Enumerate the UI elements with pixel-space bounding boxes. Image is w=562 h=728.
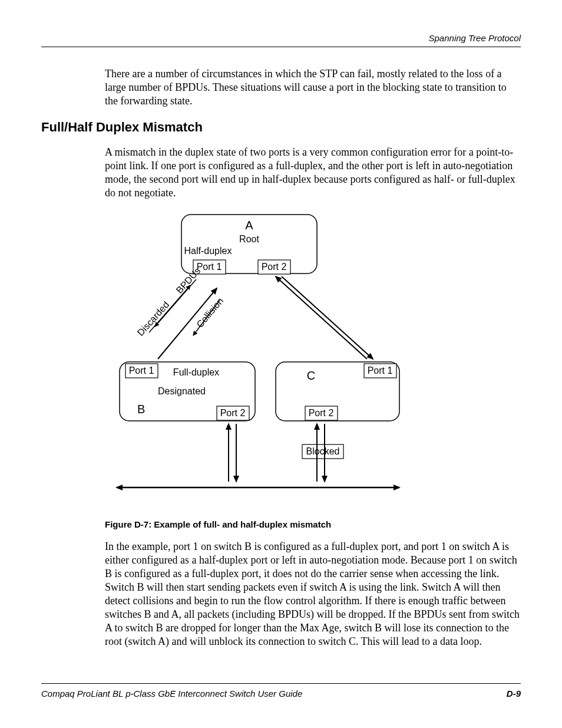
intro-paragraph: There are a number of circumstances in w…	[105, 67, 521, 108]
upward-collision-arrow	[158, 288, 217, 359]
intro-block: There are a number of circumstances in w…	[105, 67, 521, 108]
switch-b-port1-label: Port 1	[129, 365, 154, 375]
full-duplex-label: Full-duplex	[173, 367, 219, 377]
switch-b-node: Port 1 Full-duplex Designated B Port 2	[120, 362, 255, 421]
section-heading: Full/Half Duplex Mismatch	[41, 120, 521, 135]
switch-c-label: C	[307, 369, 315, 382]
collision-label: Collision	[194, 296, 225, 330]
footer-page-number: D-9	[507, 689, 521, 699]
switch-c-node: C Port 1 Port 2	[276, 362, 399, 421]
duplex-mismatch-diagram: A Root Half-duplex Port 1 Port 2 Port 1	[105, 212, 411, 512]
bpdus-label: BPDUs	[174, 266, 203, 295]
switch-a-port2-label: Port 2	[262, 262, 287, 272]
switch-c-port1-label: Port 1	[368, 365, 393, 375]
footer-guide-title: Compaq ProLiant BL p-Class GbE Interconn…	[41, 689, 302, 699]
switch-c-port2-label: Port 2	[309, 408, 334, 418]
switch-b-port2-label: Port 2	[220, 408, 246, 418]
switch-b-label: B	[137, 403, 145, 416]
root-label: Root	[239, 234, 259, 244]
section-paragraph: A mismatch in the duplex state of two po…	[105, 146, 521, 200]
page-footer: Compaq ProLiant BL p-Class GbE Interconn…	[41, 683, 521, 699]
page: Spanning Tree Protocol There are a numbe…	[0, 0, 562, 728]
link-a-c-down	[282, 276, 373, 359]
figure-caption: Figure D-7: Example of full- and half-du…	[105, 519, 521, 529]
header-rule	[41, 47, 521, 47]
blocked-label: Blocked	[306, 446, 340, 456]
post-figure-paragraph: In the example, port 1 on switch B is co…	[105, 540, 521, 648]
figure-diagram: A Root Half-duplex Port 1 Port 2 Port 1	[105, 212, 521, 512]
discarded-label: Discarded	[135, 299, 171, 338]
link-a-c-up	[276, 276, 367, 359]
half-duplex-label: Half-duplex	[184, 246, 232, 256]
switch-a-label: A	[245, 219, 253, 232]
running-header: Spanning Tree Protocol	[41, 33, 521, 43]
switch-a-node: A Root Half-duplex Port 1 Port 2	[181, 215, 317, 274]
footer-rule	[41, 683, 521, 684]
switch-a-port1-label: Port 1	[197, 262, 222, 272]
section-block: A mismatch in the duplex state of two po…	[105, 146, 521, 648]
designated-label: Designated	[158, 386, 206, 396]
